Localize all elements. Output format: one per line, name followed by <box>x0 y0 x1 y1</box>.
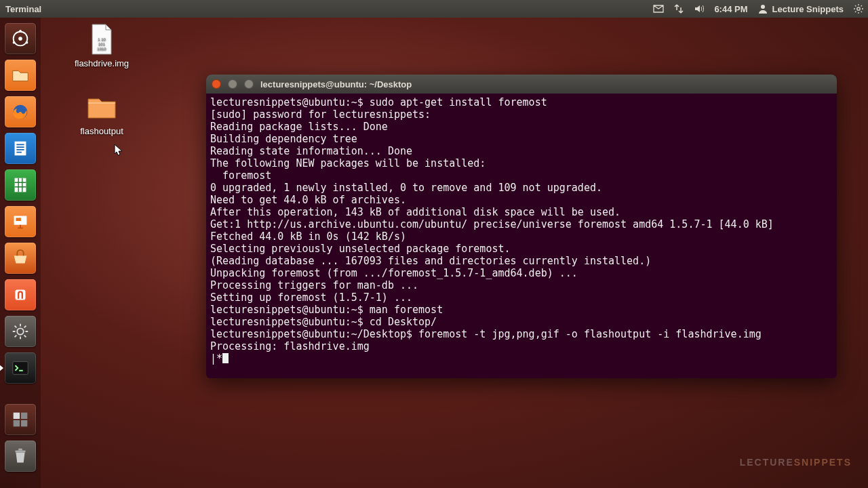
svg-point-0 <box>761 5 765 9</box>
user-icon <box>757 3 768 14</box>
desktop-icon-label: flashdrive.img <box>61 58 142 68</box>
launcher-workspace-switcher[interactable] <box>3 403 37 436</box>
watermark-b: SNIPPETS <box>794 457 852 468</box>
svg-rect-14 <box>13 362 28 375</box>
network-icon[interactable] <box>673 3 684 14</box>
svg-point-3 <box>18 37 22 41</box>
svg-rect-20 <box>18 449 22 451</box>
active-app-title: Terminal <box>5 4 41 14</box>
gear-icon[interactable] <box>853 3 864 14</box>
top-panel: Terminal 6:44 PM Lecture Snippets <box>0 0 868 18</box>
launcher-files[interactable] <box>3 58 37 92</box>
window-minimize-button[interactable] <box>228 79 237 89</box>
watermark-a: LECTURE <box>740 457 794 468</box>
launcher-firefox[interactable] <box>3 95 37 129</box>
svg-rect-9 <box>15 178 26 192</box>
terminal-window[interactable]: lecturesnippets@ubuntu: ~/Desktop lectur… <box>206 75 837 378</box>
mouse-cursor <box>114 144 123 157</box>
terminal-output[interactable]: lecturesnippets@ubuntu:~$ sudo apt-get i… <box>206 94 837 371</box>
launcher-trash[interactable] <box>3 439 37 473</box>
launcher-terminal[interactable] <box>3 351 37 385</box>
svg-rect-11 <box>16 218 21 221</box>
svg-point-5 <box>26 41 28 44</box>
watermark: LECTURESNIPPETS <box>740 457 852 468</box>
window-close-button[interactable] <box>212 79 221 89</box>
mail-icon[interactable] <box>653 3 664 14</box>
clock[interactable]: 6:44 PM <box>714 4 747 14</box>
svg-text:1010: 1010 <box>97 47 106 51</box>
folder-icon <box>85 91 118 123</box>
svg-rect-18 <box>21 420 27 426</box>
svg-rect-8 <box>15 142 26 156</box>
svg-rect-15 <box>14 413 20 419</box>
window-title: lecturesnippets@ubuntu: ~/Desktop <box>260 79 412 89</box>
launcher-dash[interactable] <box>3 22 37 56</box>
svg-rect-19 <box>16 451 26 453</box>
svg-point-13 <box>17 328 23 334</box>
svg-rect-16 <box>21 413 27 419</box>
svg-point-6 <box>13 41 16 44</box>
launcher-settings[interactable] <box>3 314 37 348</box>
desktop-icon-flashoutput[interactable]: flashoutput <box>61 91 142 136</box>
svg-rect-17 <box>14 420 20 426</box>
desktop-icon-flashdrive-img[interactable]: 1 101011010 flashdrive.img <box>61 23 142 68</box>
svg-point-1 <box>857 7 860 10</box>
user-menu[interactable]: Lecture Snippets <box>757 3 844 14</box>
sound-icon[interactable] <box>694 3 705 14</box>
desktop-icon-label: flashoutput <box>61 126 142 136</box>
window-maximize-button[interactable] <box>244 79 254 89</box>
svg-text:1 10: 1 10 <box>98 37 106 41</box>
file-icon: 1 101011010 <box>85 23 118 56</box>
launcher-impress[interactable] <box>3 205 37 239</box>
launcher-writer[interactable] <box>3 131 37 165</box>
launcher-calc[interactable] <box>3 168 37 202</box>
user-name: Lecture Snippets <box>772 4 844 14</box>
launcher-ubuntu-one[interactable] <box>3 278 37 312</box>
svg-text:101: 101 <box>98 42 106 46</box>
svg-point-4 <box>19 30 22 33</box>
window-titlebar[interactable]: lecturesnippets@ubuntu: ~/Desktop <box>206 75 837 94</box>
launcher-software-center[interactable] <box>3 241 37 275</box>
launcher <box>0 18 41 488</box>
